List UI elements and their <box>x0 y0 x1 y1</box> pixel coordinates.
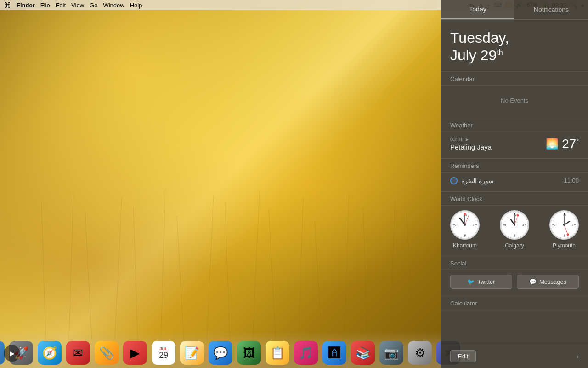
svg-line-5 <box>161 189 165 340</box>
menu-help[interactable]: Help <box>130 2 142 9</box>
dock-item-calendar[interactable]: JUL 29 <box>150 339 177 366</box>
reminders-section-header: Reminders <box>441 159 588 172</box>
menu-go[interactable]: Go <box>90 2 97 9</box>
tab-notifications[interactable]: Notifications <box>514 0 588 19</box>
date-display: Tuesday, July 29th <box>450 29 579 64</box>
svg-line-15 <box>390 200 395 340</box>
tab-bar: Today Notifications <box>441 0 588 20</box>
weather-temp: 27° <box>562 137 579 151</box>
twitter-button[interactable]: 🐦 Twitter <box>450 275 512 289</box>
svg-point-40 <box>514 224 515 226</box>
dock-item-appstore[interactable]: 🅰 <box>321 339 348 366</box>
svg-line-8 <box>225 202 230 340</box>
clock-plymouth: 12 3 6 9 Plymouth <box>549 210 579 249</box>
svg-point-26 <box>464 224 465 224</box>
svg-text:12: 12 <box>514 213 517 216</box>
chevron-right-icon[interactable]: › <box>577 352 579 361</box>
svg-line-0 <box>41 202 46 340</box>
svg-point-54 <box>563 224 565 226</box>
clock-label-khartoum: Khartoum <box>453 242 477 249</box>
svg-line-12 <box>315 221 322 340</box>
dock-item-letter[interactable]: ✉ <box>65 339 91 366</box>
clock-face-plymouth: 12 3 6 9 <box>549 210 579 240</box>
svg-line-2 <box>85 212 92 340</box>
svg-point-59 <box>567 233 569 236</box>
svg-line-16 <box>407 214 413 340</box>
weather-section: 03:31 ➤ Petaling Jaya 🌅 27° <box>441 132 588 159</box>
edit-button[interactable]: Edit <box>450 350 476 362</box>
reminder-checkbox[interactable] <box>450 177 458 184</box>
twitter-icon: 🐦 <box>467 278 475 285</box>
menu-window[interactable]: Window <box>103 2 124 9</box>
calendar-section-header: Calendar <box>441 72 588 86</box>
clock-label-calgary: Calgary <box>505 242 524 249</box>
svg-point-45 <box>517 214 519 216</box>
messages-button[interactable]: 💬 Messages <box>517 275 579 289</box>
weather-time: 03:31 ➤ <box>450 137 492 142</box>
clock-face-khartoum: 12 3 6 9 <box>450 210 480 240</box>
dock-item-player[interactable]: ▶ <box>122 339 148 366</box>
svg-line-13 <box>345 193 349 340</box>
clock-khartoum: 12 3 6 9 Khartoum <box>450 210 480 249</box>
menu-finder[interactable]: Finder <box>17 2 35 9</box>
dock-item-music[interactable]: 🎵 <box>293 339 319 366</box>
menu-view[interactable]: View <box>71 2 84 9</box>
svg-line-6 <box>177 216 184 340</box>
dock-item-stickies[interactable]: 📋 <box>264 339 291 366</box>
svg-point-31 <box>464 213 466 215</box>
dock-item-paperclip[interactable]: 📎 <box>93 339 120 366</box>
svg-line-11 <box>299 198 303 340</box>
panel-bottom: Edit › <box>441 345 588 368</box>
messages-icon: 💬 <box>529 278 537 285</box>
dock: 🖥 🚀 🧭 ✉ 📎 ▶ JUL 29 📝 💬 🖼 📋 🎵 🅰 📚 <box>0 331 441 368</box>
clock-calgary: 12 3 6 9 Calgary <box>500 210 529 249</box>
dock-item-chats[interactable]: 💬 <box>207 339 234 366</box>
reminders-section: سورة البقرة 11:00 <box>441 172 588 192</box>
social-section: 🐦 Twitter 💬 Messages <box>441 270 588 296</box>
notification-panel: Today Notifications Tuesday, July 29th C… <box>441 0 588 368</box>
calculator-section-header: Calculator <box>441 296 588 310</box>
dock-item-manager[interactable]: ⚙ <box>407 339 433 366</box>
dock-item-notes[interactable]: 📝 <box>179 339 205 366</box>
tab-today[interactable]: Today <box>441 0 514 19</box>
worldclock-section-header: World Clock <box>441 192 588 206</box>
svg-text:12: 12 <box>563 213 566 216</box>
desktop-wallpaper <box>0 0 441 368</box>
svg-line-7 <box>207 196 214 340</box>
apple-logo[interactable]: ⌘ <box>4 1 11 10</box>
menu-edit[interactable]: Edit <box>56 2 66 9</box>
weather-location: Petaling Jaya <box>450 143 492 151</box>
worldclock-section: 12 3 6 9 Khartoum <box>441 206 588 256</box>
social-section-header: Social <box>441 256 588 270</box>
menu-file[interactable]: File <box>40 2 50 9</box>
play-button-overlay[interactable]: ▶ <box>4 345 20 362</box>
dock-item-camera[interactable]: 📷 <box>378 339 405 366</box>
weather-section-header: Weather <box>441 118 588 132</box>
calculator-section <box>441 310 588 318</box>
reminder-text: سورة البقرة <box>461 177 494 184</box>
dock-item-books[interactable]: 📚 <box>350 339 376 366</box>
reminder-item[interactable]: سورة البقرة 11:00 <box>450 177 579 184</box>
svg-line-10 <box>269 209 276 340</box>
dock-item-photos[interactable]: 🖼 <box>236 339 262 366</box>
clock-label-plymouth: Plymouth <box>553 242 576 249</box>
reminder-time: 11:00 <box>564 177 579 184</box>
svg-line-14 <box>363 207 368 340</box>
calendar-section: No Events <box>441 86 588 118</box>
svg-line-4 <box>133 207 138 340</box>
svg-line-9 <box>253 191 260 340</box>
no-events-label: No Events <box>450 90 579 111</box>
svg-line-3 <box>115 198 122 340</box>
location-arrow-icon: ➤ <box>465 137 469 142</box>
svg-line-1 <box>69 193 74 340</box>
weather-condition-icon: 🌅 <box>546 138 558 150</box>
clock-face-calgary: 12 3 6 9 <box>500 210 529 240</box>
date-section: Tuesday, July 29th <box>441 20 588 72</box>
dock-item-safari[interactable]: 🧭 <box>36 339 63 366</box>
